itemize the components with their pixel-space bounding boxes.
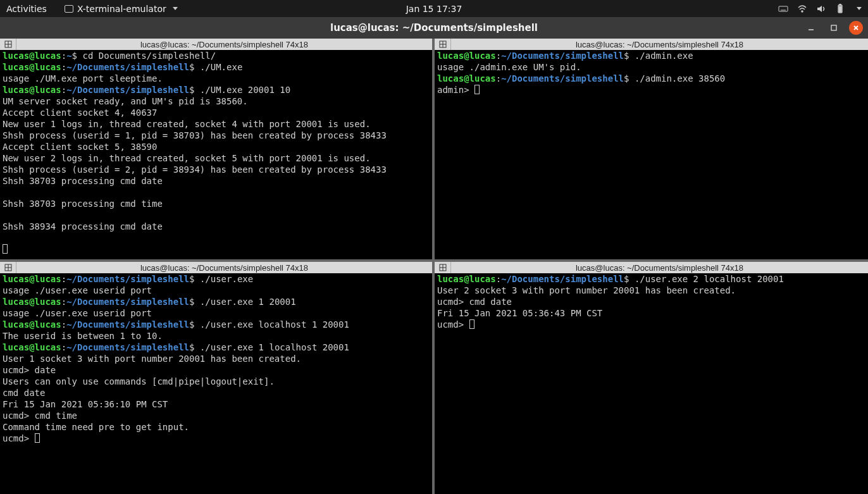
pane-title-bar[interactable]: lucas@lucas: ~/Documents/simpleshell 74x… bbox=[435, 39, 868, 50]
ucmd-prompt: ucmd> bbox=[3, 433, 35, 443]
cmd-text: ./UM.exe 20001 10 bbox=[200, 85, 290, 95]
prompt-sep: : bbox=[61, 274, 66, 284]
window-title-bar[interactable]: lucas@lucas: ~/Documents/simpleshell bbox=[0, 17, 868, 39]
prompt-path: ~/Documents/simpleshell bbox=[66, 274, 189, 284]
output-line: usage ./user.exe userid port bbox=[3, 308, 152, 318]
prompt-user: lucas@lucas bbox=[3, 297, 61, 307]
app-menu-label: X-terminal-emulator bbox=[77, 4, 166, 14]
prompt-sigil: $ bbox=[624, 73, 635, 83]
prompt-sep: : bbox=[496, 274, 501, 284]
prompt-user: lucas@lucas bbox=[3, 51, 61, 61]
output-line: Fri 15 Jan 2021 05:36:43 PM CST bbox=[437, 308, 602, 318]
prompt-sep: : bbox=[61, 85, 66, 95]
pane-title-bar[interactable]: lucas@lucas: ~/Documents/simpleshell 74x… bbox=[435, 262, 868, 273]
split-layout-icon[interactable] bbox=[0, 39, 16, 50]
output-line: usage ./UM.exe port sleeptime. bbox=[3, 73, 163, 83]
prompt-user: lucas@lucas bbox=[3, 342, 61, 352]
battery-icon[interactable] bbox=[835, 4, 845, 14]
prompt-sigil: $ bbox=[189, 62, 200, 72]
split-layout-icon[interactable] bbox=[435, 262, 451, 273]
pane-title-bar[interactable]: lucas@lucas: ~/Documents/simpleshell 74x… bbox=[0, 39, 432, 50]
prompt-path: ~/Documents/simpleshell bbox=[501, 274, 624, 284]
terminal-output[interactable]: lucas@lucas:~$ cd Documents/simpleshell/… bbox=[0, 50, 432, 259]
output-line: The userid is between 1 to 10. bbox=[3, 331, 163, 341]
prompt-sep: : bbox=[496, 73, 501, 83]
output-line: User 1 socket 3 with port number 20001 h… bbox=[3, 354, 301, 364]
prompt-user: lucas@lucas bbox=[3, 319, 61, 330]
terminal-pane-bottom-left[interactable]: lucas@lucas: ~/Documents/simpleshell 74x… bbox=[0, 262, 432, 494]
pane-title-text: lucas@lucas: ~/Documents/simpleshell 74x… bbox=[451, 263, 868, 273]
terminal-pane-bottom-right[interactable]: lucas@lucas: ~/Documents/simpleshell 74x… bbox=[435, 262, 868, 494]
ucmd-prompt: ucmd> date bbox=[3, 365, 56, 375]
cmd-text: ./user.exe 2 localhost 20001 bbox=[635, 274, 784, 284]
chevron-down-icon bbox=[173, 7, 178, 10]
cursor bbox=[469, 319, 474, 329]
svg-rect-7 bbox=[840, 4, 841, 5]
maximize-button[interactable] bbox=[826, 20, 841, 35]
prompt-sigil: $ bbox=[189, 274, 200, 284]
terminal-output[interactable]: lucas@lucas:~/Documents/simpleshell$ ./a… bbox=[435, 50, 868, 259]
svg-rect-0 bbox=[779, 6, 788, 11]
terminal-output[interactable]: lucas@lucas:~/Documents/simpleshell$ ./u… bbox=[435, 273, 868, 494]
output-line: New user 2 logs in, thread created, sock… bbox=[3, 153, 371, 163]
pane-title-bar[interactable]: lucas@lucas: ~/Documents/simpleshell 74x… bbox=[0, 262, 432, 273]
prompt-sigil: $ bbox=[189, 319, 200, 330]
output-line: Fri 15 Jan 2021 05:36:10 PM CST bbox=[3, 399, 168, 409]
activities-button[interactable]: Activities bbox=[6, 4, 47, 14]
ucmd-prompt: cmd date bbox=[3, 388, 45, 398]
terminal-pane-top-right[interactable]: lucas@lucas: ~/Documents/simpleshell 74x… bbox=[435, 39, 868, 259]
keyboard-icon[interactable] bbox=[778, 4, 788, 14]
prompt-sep: : bbox=[496, 51, 501, 61]
prompt-user: lucas@lucas bbox=[437, 274, 496, 284]
system-tray[interactable] bbox=[778, 4, 862, 14]
terminal-output[interactable]: lucas@lucas:~/Documents/simpleshell$ ./u… bbox=[0, 273, 432, 494]
prompt-sigil: $ bbox=[72, 51, 83, 61]
cursor bbox=[3, 244, 8, 254]
cmd-text: ./user.exe bbox=[200, 274, 253, 284]
terminal-pane-top-left[interactable]: lucas@lucas: ~/Documents/simpleshell 74x… bbox=[0, 39, 432, 259]
output-line: Shsh process (userid = 1, pid = 38703) h… bbox=[3, 130, 387, 140]
prompt-path: ~/Documents/simpleshell bbox=[66, 297, 189, 307]
prompt-user: lucas@lucas bbox=[3, 62, 61, 72]
output-line: Command time need pre to get input. bbox=[3, 422, 189, 432]
output-line: usage ./user.exe userid port bbox=[3, 285, 152, 295]
volume-icon[interactable] bbox=[816, 4, 826, 14]
prompt-sigil: $ bbox=[624, 51, 635, 61]
prompt-path: ~/Documents/simpleshell bbox=[66, 85, 189, 95]
terminal-split-grid: lucas@lucas: ~/Documents/simpleshell 74x… bbox=[0, 39, 868, 494]
prompt-path: ~/Documents/simpleshell bbox=[501, 73, 624, 83]
cmd-text: ./admin.exe bbox=[635, 51, 693, 61]
cmd-text: ./admin.exe 38560 bbox=[635, 73, 725, 83]
pane-title-text: lucas@lucas: ~/Documents/simpleshell 74x… bbox=[16, 263, 432, 273]
minimize-button[interactable] bbox=[803, 20, 819, 35]
prompt-path: ~ bbox=[66, 51, 71, 61]
output-line: Shsh 38703 processing cmd time bbox=[3, 199, 163, 209]
prompt-sigil: $ bbox=[189, 297, 200, 307]
output-line: Accept client socket 5, 38590 bbox=[3, 142, 157, 152]
split-layout-icon[interactable] bbox=[435, 39, 451, 50]
pane-title-text: lucas@lucas: ~/Documents/simpleshell 74x… bbox=[16, 40, 432, 49]
ucmd-prompt: ucmd> cmd time bbox=[3, 411, 77, 421]
svg-rect-8 bbox=[839, 6, 841, 12]
app-menu[interactable]: X-terminal-emulator bbox=[65, 4, 178, 14]
split-layout-icon[interactable] bbox=[0, 262, 16, 273]
prompt-sep: : bbox=[61, 297, 66, 307]
cursor bbox=[474, 85, 480, 94]
app-window-icon bbox=[65, 5, 73, 13]
output-line: Shsh 38934 processing cmd date bbox=[3, 221, 163, 232]
admin-prompt: admin> bbox=[437, 85, 474, 95]
close-button[interactable] bbox=[849, 21, 863, 35]
wifi-icon[interactable] bbox=[797, 4, 807, 14]
cmd-text: ./UM.exe bbox=[200, 62, 242, 72]
prompt-sep: : bbox=[61, 342, 66, 352]
window-title: lucas@lucas: ~/Documents/simpleshell bbox=[330, 22, 538, 34]
prompt-user: lucas@lucas bbox=[3, 274, 61, 284]
window-controls bbox=[803, 20, 863, 35]
prompt-sep: : bbox=[61, 51, 66, 61]
prompt-sep: : bbox=[61, 319, 66, 330]
prompt-path: ~/Documents/simpleshell bbox=[501, 51, 624, 61]
output-line: Shsh 38703 processing cmd date bbox=[3, 176, 163, 186]
system-menu-chevron-icon[interactable] bbox=[857, 7, 862, 10]
output-line: usage ./admin.exe UM's pid. bbox=[437, 62, 581, 72]
prompt-sigil: $ bbox=[189, 342, 200, 352]
